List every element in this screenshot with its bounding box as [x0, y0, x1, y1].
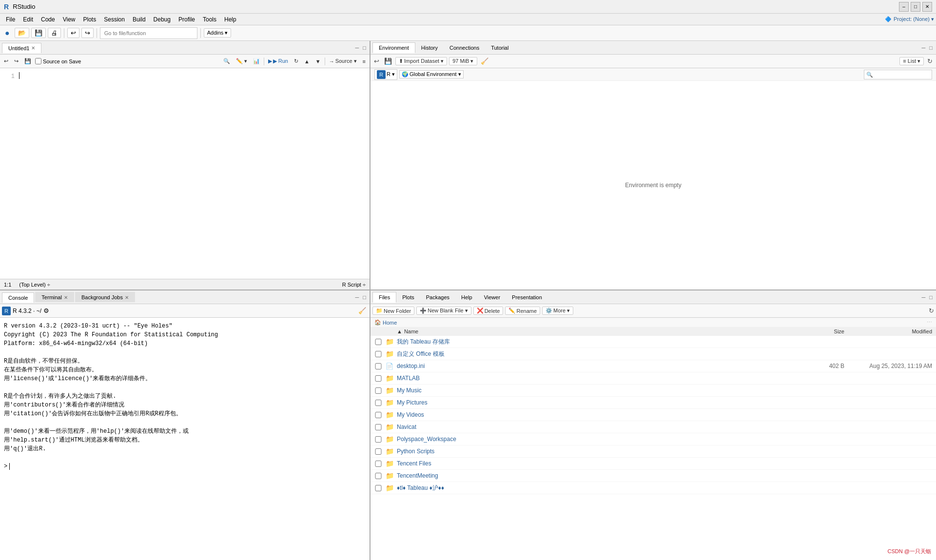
- file-checkbox-8[interactable]: [374, 436, 382, 443]
- menu-debug[interactable]: Debug: [150, 15, 175, 24]
- tab-plots[interactable]: Plots: [396, 292, 420, 302]
- editor-tab-close[interactable]: ✕: [31, 45, 35, 51]
- close-button[interactable]: ✕: [922, 2, 932, 12]
- file-checkbox-0[interactable]: [374, 339, 382, 345]
- file-checkbox-2[interactable]: [374, 363, 382, 369]
- console-minimize-button[interactable]: ─: [354, 294, 361, 301]
- console-prompt-line[interactable]: >: [4, 462, 366, 471]
- env-search-input[interactable]: [864, 70, 932, 79]
- tab-tutorial[interactable]: Tutorial: [485, 43, 514, 53]
- file-name-5[interactable]: My Pictures: [397, 399, 796, 406]
- r-selector-dropdown[interactable]: R R ▾: [374, 69, 397, 80]
- file-name-6[interactable]: My Videos: [397, 411, 796, 418]
- new-folder-button[interactable]: 📁 New Folder: [372, 307, 414, 315]
- menu-build[interactable]: Build: [129, 15, 150, 24]
- file-checkbox-11[interactable]: [374, 473, 382, 479]
- file-name-4[interactable]: My Music: [397, 387, 796, 394]
- list-view-button[interactable]: ≡ List ▾: [899, 57, 924, 65]
- env-back-button[interactable]: ↩: [372, 57, 381, 65]
- editor-code-wrapper[interactable]: 1: [2, 70, 368, 277]
- source-on-save-label[interactable]: Source on Save: [35, 58, 81, 64]
- file-checkbox-4[interactable]: [374, 387, 382, 394]
- console-content-area[interactable]: R version 4.3.2 (2023-10-31 ucrt) -- "Ey…: [0, 318, 370, 560]
- file-checkbox-5[interactable]: [374, 400, 382, 406]
- save-button[interactable]: 💾: [31, 28, 46, 38]
- undo-button[interactable]: ↩: [67, 28, 79, 38]
- delete-button[interactable]: ❌ Delete: [473, 307, 504, 315]
- menu-tools[interactable]: Tools: [199, 15, 220, 24]
- file-checkbox-10[interactable]: [374, 461, 382, 467]
- file-name-9[interactable]: Python Scripts: [397, 448, 796, 455]
- menu-view[interactable]: View: [59, 15, 79, 24]
- project-badge[interactable]: 🔷 Project: (None) ▾: [885, 16, 934, 22]
- breadcrumb-more-btn[interactable]: ⋯: [927, 319, 932, 326]
- editor-minimize-button[interactable]: ─: [354, 44, 361, 51]
- file-name-2[interactable]: desktop.ini: [397, 363, 796, 369]
- menu-file[interactable]: File: [2, 15, 19, 24]
- refresh-env-button[interactable]: ↻: [926, 57, 934, 65]
- re-run-button[interactable]: ↻: [292, 58, 300, 65]
- files-modified-header[interactable]: Modified: [844, 328, 932, 334]
- addins-button[interactable]: Addins ▾: [204, 28, 232, 38]
- menu-profile[interactable]: Profile: [175, 15, 199, 24]
- env-maximize-button[interactable]: □: [928, 44, 934, 51]
- tab-help[interactable]: Help: [455, 292, 478, 302]
- maximize-button[interactable]: □: [911, 2, 920, 12]
- menu-code[interactable]: Code: [37, 15, 59, 24]
- script-type[interactable]: R Script ÷: [342, 282, 366, 288]
- doc-outline-button[interactable]: ≡: [361, 58, 368, 65]
- tab-console[interactable]: Console: [2, 292, 34, 303]
- file-name-8[interactable]: Polyspace_Workspace: [397, 436, 796, 443]
- global-env-dropdown[interactable]: 🌍 Global Environment ▾: [399, 70, 464, 78]
- file-checkbox-12[interactable]: [374, 485, 382, 491]
- source-button[interactable]: → Source ▾: [327, 58, 359, 65]
- files-maximize-button[interactable]: □: [928, 294, 934, 301]
- file-name-0[interactable]: 我的 Tableau 存储库: [397, 338, 796, 346]
- file-checkbox-9[interactable]: [374, 448, 382, 455]
- file-checkbox-1[interactable]: [374, 351, 382, 357]
- files-name-header[interactable]: ▲ Name: [397, 328, 796, 334]
- file-name-12[interactable]: ♦tl♦ Tableau ♦沪♦♦: [397, 484, 796, 492]
- go-to-file-input[interactable]: [100, 27, 197, 39]
- file-name-7[interactable]: Navicat: [397, 424, 796, 430]
- tab-presentation[interactable]: Presentation: [506, 292, 548, 302]
- memory-button[interactable]: 97 MiB ▾: [449, 57, 477, 65]
- print-button[interactable]: 🖨: [48, 28, 61, 38]
- tab-files[interactable]: Files: [372, 292, 396, 303]
- nav-prev-button[interactable]: ▲: [302, 58, 312, 65]
- file-name-11[interactable]: TencentMeeting: [397, 472, 796, 479]
- publish-button[interactable]: 📊: [251, 58, 262, 65]
- files-refresh-button[interactable]: ↻: [929, 307, 934, 314]
- source-on-save-checkbox[interactable]: [35, 58, 41, 64]
- file-checkbox-6[interactable]: [374, 412, 382, 418]
- file-checkbox-7[interactable]: [374, 424, 382, 430]
- file-checkbox-3[interactable]: [374, 375, 382, 382]
- minimize-button[interactable]: –: [899, 2, 909, 12]
- tab-connections[interactable]: Connections: [444, 43, 485, 53]
- bgjobs-tab-close[interactable]: ✕: [125, 295, 129, 300]
- open-file-button[interactable]: 📂: [15, 28, 29, 38]
- console-maximize-button[interactable]: □: [361, 294, 368, 301]
- nav-next-button[interactable]: ▼: [313, 58, 323, 65]
- menu-plots[interactable]: Plots: [79, 15, 100, 24]
- import-dataset-button[interactable]: ⬆ Import Dataset ▾: [395, 57, 447, 65]
- file-name-1[interactable]: 自定义 Office 模板: [397, 350, 796, 358]
- breadcrumb-home[interactable]: 🏠 Home: [374, 319, 397, 326]
- new-file-button[interactable]: ●: [2, 28, 13, 39]
- redo-button[interactable]: ↪: [81, 28, 94, 38]
- editor-maximize-button[interactable]: □: [361, 44, 368, 51]
- file-name-10[interactable]: Tencent Files: [397, 460, 796, 467]
- run-button[interactable]: ▶ ▶ Run: [266, 58, 290, 65]
- redo-editor-button[interactable]: ↪: [12, 58, 20, 65]
- tab-terminal[interactable]: Terminal ✕: [35, 292, 74, 302]
- new-blank-file-button[interactable]: ➕ New Blank File ▾: [416, 307, 471, 315]
- undo-editor-button[interactable]: ↩: [2, 58, 10, 65]
- more-button[interactable]: ⚙️ More ▾: [542, 307, 573, 315]
- search-editor-button[interactable]: 🔍: [221, 58, 232, 65]
- env-minimize-button[interactable]: ─: [920, 44, 927, 51]
- tab-viewer[interactable]: Viewer: [478, 292, 506, 302]
- editor-tab-untitled1[interactable]: Untitled1 ✕: [2, 43, 41, 53]
- editor-code-content[interactable]: [19, 70, 368, 84]
- menu-help[interactable]: Help: [220, 15, 240, 24]
- clear-console-button[interactable]: 🧹: [479, 57, 490, 65]
